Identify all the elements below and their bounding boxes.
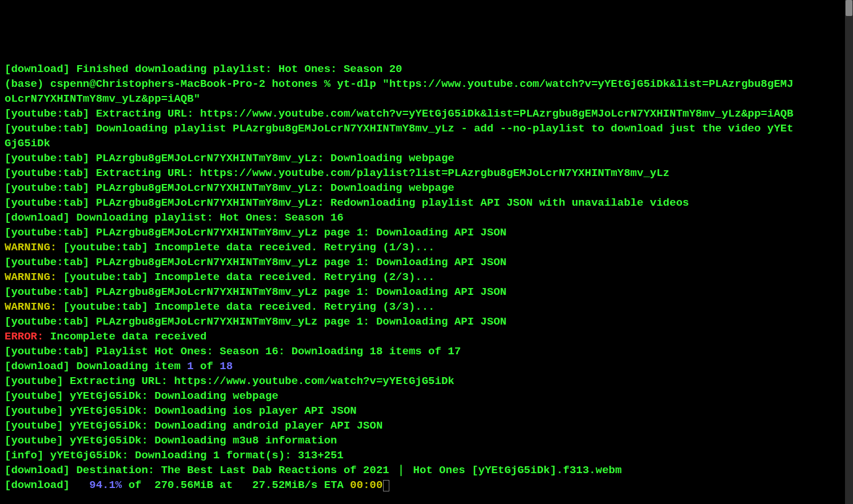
log-line-youtube: [youtube] Extracting URL: https://www.yo… — [5, 375, 455, 387]
download-progress-label: [download] — [5, 479, 83, 491]
download-item-current: 1 — [187, 360, 193, 373]
log-line-warning-text: [youtube:tab] Incomplete data received. … — [57, 241, 435, 254]
log-line-download: [download] Downloading playlist: Hot One… — [5, 211, 344, 224]
log-line-download: [download] Finished downloading playlist… — [5, 63, 402, 75]
cursor-icon — [383, 480, 389, 491]
log-line-youtube-tab: [youtube:tab] PLAzrgbu8gEMJoLcrN7YXHINTm… — [5, 315, 507, 328]
download-progress-eta: 00:00 — [350, 479, 382, 491]
log-line-youtube-tab: [youtube:tab] Extracting URL: https://ww… — [5, 167, 669, 179]
download-item-of: of — [194, 360, 220, 373]
download-progress-size: 270.56MiB — [154, 479, 213, 491]
log-line-warning-label: WARNING: — [5, 241, 57, 254]
download-progress-eta-label: ETA — [317, 479, 350, 491]
log-line-download-item: [download] Downloading item — [5, 360, 187, 373]
log-line-error-label: ERROR: — [5, 330, 43, 343]
log-line-warning-text: [youtube:tab] Incomplete data received. … — [57, 301, 435, 313]
download-item-total: 18 — [220, 360, 233, 373]
download-progress-of: of — [122, 479, 154, 491]
log-line-youtube: [youtube] yYEtGjG5iDk: Downloading ios p… — [5, 405, 357, 417]
download-progress-at: at — [213, 479, 252, 491]
log-line-destination: [download] Destination: The Best Last Da… — [5, 464, 621, 477]
log-line-youtube-tab: [youtube:tab] Playlist Hot Ones: Season … — [5, 345, 461, 358]
scrollbar-thumb[interactable] — [846, 0, 852, 16]
log-line-youtube: [youtube] yYEtGjG5iDk: Downloading webpa… — [5, 390, 278, 402]
log-line-youtube-tab: [youtube:tab] PLAzrgbu8gEMJoLcrN7YXHINTm… — [5, 256, 507, 269]
log-line-youtube-tab: [youtube:tab] PLAzrgbu8gEMJoLcrN7YXHINTm… — [5, 226, 507, 239]
log-line-prompt-command: (base) cspenn@Christophers-MacBook-Pro-2… — [5, 78, 794, 105]
log-line-warning-label: WARNING: — [5, 301, 57, 313]
log-line-youtube: [youtube] yYEtGjG5iDk: Downloading m3u8 … — [5, 434, 337, 447]
terminal-output[interactable]: [download] Finished downloading playlist… — [5, 62, 794, 493]
download-progress-speed: 27.52MiB/s — [252, 479, 317, 491]
log-line-youtube-tab: [youtube:tab] PLAzrgbu8gEMJoLcrN7YXHINTm… — [5, 286, 507, 298]
log-line-youtube-tab: [youtube:tab] PLAzrgbu8gEMJoLcrN7YXHINTm… — [5, 152, 455, 165]
scrollbar[interactable] — [845, 0, 853, 504]
log-line-youtube-tab: [youtube:tab] PLAzrgbu8gEMJoLcrN7YXHINTm… — [5, 197, 689, 209]
log-line-info: [info] yYEtGjG5iDk: Downloading 1 format… — [5, 449, 344, 462]
log-line-youtube-tab: [youtube:tab] PLAzrgbu8gEMJoLcrN7YXHINTm… — [5, 182, 455, 194]
log-line-youtube: [youtube] yYEtGjG5iDk: Downloading andro… — [5, 419, 382, 432]
log-line-youtube-tab: [youtube:tab] Downloading playlist PLAzr… — [5, 122, 794, 150]
log-line-warning-text: [youtube:tab] Incomplete data received. … — [57, 271, 435, 283]
log-line-warning-label: WARNING: — [5, 271, 57, 283]
log-line-error-text: Incomplete data received — [43, 330, 206, 343]
log-line-youtube-tab: [youtube:tab] Extracting URL: https://ww… — [5, 107, 794, 120]
download-progress-percent: 94.1% — [83, 479, 122, 491]
